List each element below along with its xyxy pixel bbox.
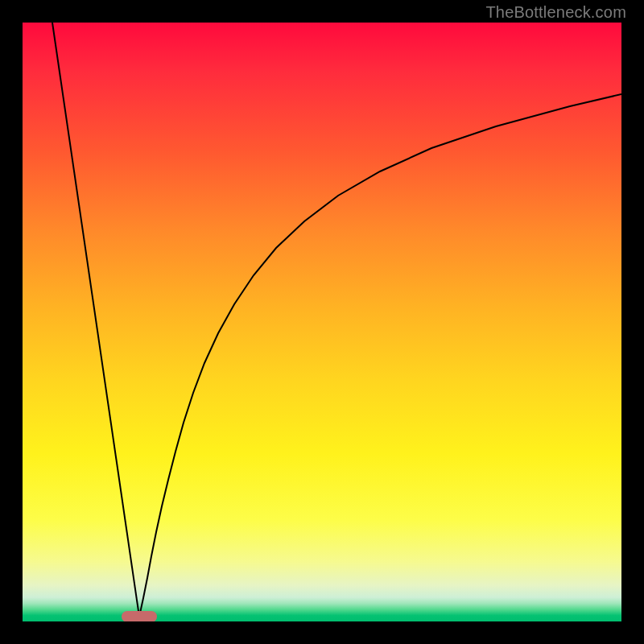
- chart-svg: [23, 23, 621, 621]
- minimum-marker: [122, 611, 157, 621]
- curve-left-branch: [52, 23, 139, 617]
- curve-right-branch: [139, 94, 621, 617]
- watermark-text: TheBottleneck.com: [485, 3, 626, 22]
- chart-frame: TheBottleneck.com: [0, 0, 644, 644]
- plot-area: [23, 23, 621, 621]
- chart-curves: [52, 23, 621, 617]
